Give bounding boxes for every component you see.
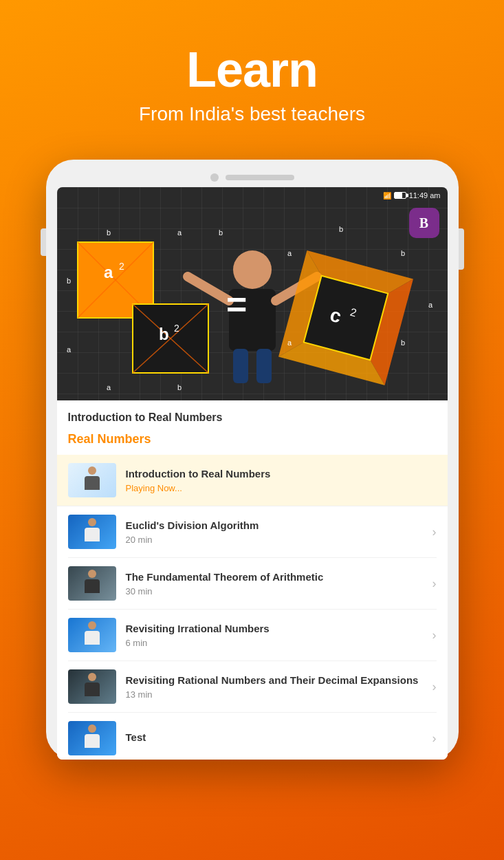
svg-text:b: b <box>67 277 71 285</box>
lesson-thumbnail <box>68 463 116 497</box>
lesson-info: Introduction to Real Numbers Playing Now… <box>126 467 437 493</box>
lesson-thumbnail <box>68 566 116 601</box>
lesson-title: Revisiting Irrational Numbers <box>126 622 423 636</box>
svg-text:b: b <box>401 249 405 257</box>
svg-rect-5 <box>256 349 272 383</box>
thumbnail-person <box>82 673 102 700</box>
lesson-thumbnail <box>68 515 116 549</box>
hero-subtitle: From India's best teachers <box>14 103 490 125</box>
svg-text:b: b <box>159 325 169 343</box>
chevron-right-icon: › <box>432 680 437 694</box>
lesson-playing-status: Playing Now... <box>126 483 437 493</box>
lesson-title: Test <box>126 731 423 744</box>
phone-volume-btn <box>41 228 46 256</box>
svg-text:b: b <box>219 228 223 237</box>
content-list: Introduction to Real Numbers Real Number… <box>57 400 448 760</box>
lesson-info: Revisiting Rational Numbers and Their De… <box>126 674 423 700</box>
svg-point-0 <box>233 250 272 289</box>
lesson-item[interactable]: Revisiting Rational Numbers and Their De… <box>68 661 437 713</box>
chevron-right-icon: › <box>432 731 437 746</box>
svg-text:2: 2 <box>119 261 124 272</box>
lesson-item[interactable]: Introduction to Real Numbers Playing Now… <box>57 455 448 506</box>
battery-icon <box>394 192 406 199</box>
chevron-right-icon: › <box>432 577 437 591</box>
status-time: 11:49 am <box>409 191 441 200</box>
svg-text:b: b <box>339 225 343 233</box>
wifi-icon: 📶 <box>383 192 391 200</box>
svg-text:a: a <box>104 263 113 281</box>
thumbnail-person <box>82 724 102 752</box>
lesson-info: Revisiting Irrational Numbers 6 min <box>126 622 423 648</box>
thumbnail-person <box>82 621 102 649</box>
svg-text:a: a <box>67 345 72 354</box>
lesson-duration: 20 min <box>126 535 423 545</box>
svg-text:a: a <box>107 383 111 391</box>
thumbnail-person <box>82 466 102 494</box>
chevron-right-icon: › <box>432 628 437 643</box>
phone-camera <box>210 173 219 182</box>
thumbnail-person <box>82 518 102 546</box>
math-visual: a 2 b 2 b a b b a a b <box>57 187 448 400</box>
phone-speaker <box>226 175 294 180</box>
lesson-item[interactable]: Euclid's Division Algorithm 20 min › <box>68 506 437 558</box>
lesson-duration: 6 min <box>126 638 423 648</box>
lesson-thumbnail <box>68 669 116 704</box>
svg-text:b: b <box>107 228 111 237</box>
svg-rect-4 <box>233 349 248 383</box>
lesson-title: Introduction to Real Numbers <box>126 467 437 481</box>
svg-text:a: a <box>177 228 182 237</box>
hero-section: Learn From India's best teachers <box>0 0 504 153</box>
svg-text:a: a <box>428 301 433 309</box>
lesson-title: The Fundamental Theorem of Arithmetic <box>126 570 423 584</box>
section-title: Introduction to Real Numbers <box>68 411 437 424</box>
svg-text:a: a <box>287 249 292 257</box>
lesson-duration: 13 min <box>126 689 423 700</box>
lesson-thumbnail <box>68 721 116 755</box>
svg-text:=: = <box>226 284 247 324</box>
lesson-title: Revisiting Rational Numbers and Their De… <box>126 674 423 687</box>
lesson-thumbnail <box>68 618 116 652</box>
phone-mockup: 📶 11:49 am B <box>46 160 459 760</box>
lesson-info: Test <box>126 731 423 746</box>
video-player[interactable]: 📶 11:49 am B <box>57 187 448 400</box>
phone-power-btn <box>459 228 464 270</box>
status-bar: 📶 11:49 am <box>57 187 448 204</box>
svg-text:b: b <box>401 338 405 347</box>
category-title: Real Numbers <box>68 432 437 447</box>
phone-screen: 📶 11:49 am B <box>57 187 448 760</box>
thumbnail-person <box>82 570 102 597</box>
lesson-item[interactable]: The Fundamental Theorem of Arithmetic 30… <box>68 558 437 610</box>
svg-text:b: b <box>177 383 182 391</box>
svg-text:2: 2 <box>174 323 179 334</box>
chevron-right-icon: › <box>432 525 437 539</box>
hero-title: Learn <box>14 41 490 98</box>
lesson-item[interactable]: Revisiting Irrational Numbers 6 min › <box>68 610 437 661</box>
lesson-info: The Fundamental Theorem of Arithmetic 30… <box>126 570 423 596</box>
lesson-item[interactable]: Test › <box>68 713 437 760</box>
svg-text:a: a <box>287 338 292 347</box>
svg-line-2 <box>188 277 229 301</box>
lesson-title: Euclid's Division Algorithm <box>126 519 423 533</box>
lesson-duration: 30 min <box>126 586 423 596</box>
phone-top-bar <box>57 173 448 182</box>
lesson-info: Euclid's Division Algorithm 20 min <box>126 519 423 545</box>
